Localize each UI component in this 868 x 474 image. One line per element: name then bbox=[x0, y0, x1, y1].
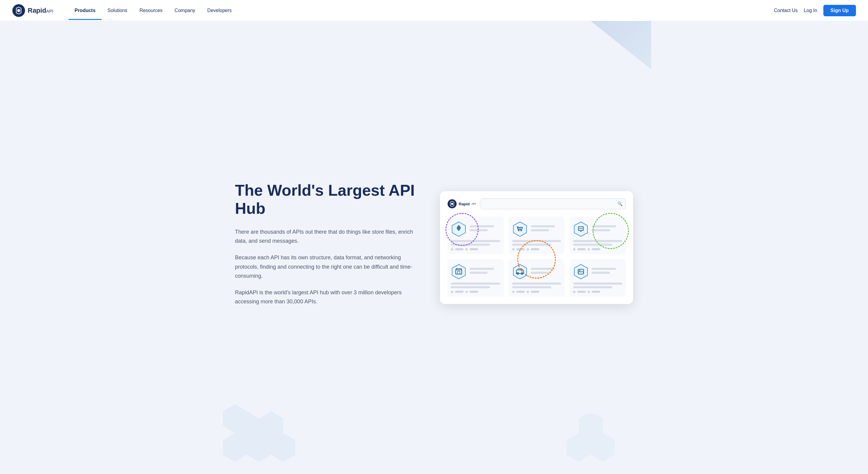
navbar: RapidAPI Products Solutions Resources Co… bbox=[0, 0, 868, 21]
mockup-line bbox=[531, 272, 549, 274]
car-hex-icon bbox=[512, 264, 528, 280]
svg-marker-26 bbox=[271, 433, 295, 462]
mockup-lines-2 bbox=[531, 225, 561, 233]
mockup-tags-1 bbox=[451, 248, 500, 251]
svg-marker-32 bbox=[579, 414, 603, 440]
tag-line bbox=[531, 248, 539, 250]
svg-marker-29 bbox=[223, 404, 247, 433]
mockup-line bbox=[470, 229, 488, 231]
hero-desc-2: Because each API has its own structure, … bbox=[235, 253, 422, 281]
svg-marker-27 bbox=[235, 411, 259, 440]
tag-line bbox=[455, 291, 464, 293]
svg-marker-13 bbox=[452, 264, 465, 279]
bg-hex-svg-right bbox=[561, 414, 651, 474]
nav-logo[interactable]: RapidAPI bbox=[12, 4, 53, 17]
hero-left-content: The World's Largest API Hub There are th… bbox=[235, 182, 440, 314]
contact-us-link[interactable]: Contact Us bbox=[774, 8, 798, 13]
mockup-item-car bbox=[508, 259, 565, 297]
nav-link-solutions[interactable]: Solutions bbox=[102, 1, 134, 20]
tag-line bbox=[577, 291, 586, 293]
mockup-line bbox=[573, 283, 622, 285]
mockup-lines-3 bbox=[592, 225, 622, 233]
mockup-line bbox=[512, 244, 551, 246]
tag-dot bbox=[573, 248, 576, 251]
mockup-lines-6 bbox=[592, 268, 622, 276]
mockup-item-chat bbox=[569, 217, 626, 254]
mockup-tags-3 bbox=[573, 248, 622, 251]
svg-point-3 bbox=[451, 203, 453, 205]
mockup-line bbox=[592, 268, 616, 270]
tag-line bbox=[455, 248, 464, 250]
tag-dot bbox=[512, 248, 515, 251]
login-link[interactable]: Log In bbox=[804, 8, 817, 13]
nav-link-products[interactable]: Products bbox=[68, 1, 101, 20]
mockup-logo-api: API bbox=[471, 202, 476, 206]
mockup-item-store bbox=[447, 259, 504, 297]
mockup-item-image bbox=[569, 259, 626, 297]
bg-triangle-decoration bbox=[591, 21, 651, 69]
hero-desc-1: There are thousands of APIs out there th… bbox=[235, 227, 422, 246]
mockup-line bbox=[573, 286, 612, 288]
tag-line bbox=[470, 248, 478, 250]
mockup-line bbox=[531, 268, 555, 270]
image-hex-icon bbox=[573, 264, 589, 280]
mockup-line bbox=[451, 283, 500, 285]
svg-marker-28 bbox=[259, 411, 283, 440]
svg-marker-5 bbox=[513, 222, 527, 236]
tag-dot bbox=[527, 248, 529, 251]
mockup-logo-icon bbox=[447, 199, 457, 209]
footer-bg-decoration bbox=[217, 383, 651, 474]
nav-link-developers[interactable]: Developers bbox=[201, 1, 238, 20]
hero-section: The World's Largest API Hub There are th… bbox=[217, 21, 651, 474]
mockup-item-header-3 bbox=[573, 221, 622, 237]
mockup-tags-2 bbox=[512, 248, 561, 251]
svg-marker-21 bbox=[574, 264, 588, 279]
mockup-line bbox=[470, 272, 488, 274]
tag-line bbox=[470, 291, 478, 293]
mockup-line bbox=[470, 268, 494, 270]
mockup-item-cart bbox=[508, 217, 565, 254]
svg-marker-9 bbox=[574, 222, 588, 236]
signup-button[interactable]: Sign Up bbox=[824, 5, 856, 16]
hero-desc-3: RapidAPI is the world's largest API hub … bbox=[235, 288, 422, 306]
hero-right-mockup: RapidAPI 🔍 bbox=[440, 191, 633, 304]
svg-marker-17 bbox=[513, 264, 527, 279]
tag-dot bbox=[588, 248, 590, 251]
bg-hex-svg bbox=[217, 389, 368, 474]
tag-line bbox=[577, 248, 586, 250]
mockup-item-header-2 bbox=[512, 221, 561, 237]
nav-right: Contact Us Log In Sign Up bbox=[774, 5, 856, 16]
svg-point-12 bbox=[582, 228, 583, 229]
mockup-lines-5 bbox=[531, 268, 561, 276]
svg-point-1 bbox=[17, 9, 20, 12]
svg-point-11 bbox=[581, 228, 582, 229]
nav-link-company[interactable]: Company bbox=[168, 1, 201, 20]
mockup-grid bbox=[447, 217, 626, 297]
mockup-line bbox=[512, 240, 561, 242]
mockup-line bbox=[573, 244, 612, 246]
mockup-item-header-6 bbox=[573, 264, 622, 280]
mockup-tags-6 bbox=[573, 291, 622, 293]
svg-marker-31 bbox=[591, 433, 615, 462]
logo-rapid-text: Rapid bbox=[28, 7, 46, 14]
rapidapi-logo-icon bbox=[12, 4, 25, 17]
tag-line bbox=[516, 291, 525, 293]
mockup-line bbox=[470, 225, 494, 227]
tag-line bbox=[516, 248, 525, 250]
tag-dot bbox=[527, 291, 529, 293]
tag-line bbox=[531, 291, 539, 293]
mockup-logo: RapidAPI bbox=[447, 199, 476, 209]
tag-dot bbox=[573, 291, 576, 293]
store-hex-icon bbox=[451, 264, 467, 280]
mockup-line bbox=[592, 229, 610, 231]
nav-link-resources[interactable]: Resources bbox=[133, 1, 168, 20]
mockup-search-bar[interactable]: 🔍 bbox=[481, 198, 626, 209]
mockup-card-container: RapidAPI 🔍 bbox=[440, 191, 633, 304]
svg-point-10 bbox=[579, 228, 580, 229]
tag-dot bbox=[465, 248, 468, 251]
search-icon: 🔍 bbox=[617, 201, 622, 206]
hero-title: The World's Largest API Hub bbox=[235, 182, 422, 218]
mockup-line bbox=[451, 244, 490, 246]
mockup-tags-5 bbox=[512, 291, 561, 293]
mockup-logo-rapid: Rapid bbox=[459, 202, 470, 206]
